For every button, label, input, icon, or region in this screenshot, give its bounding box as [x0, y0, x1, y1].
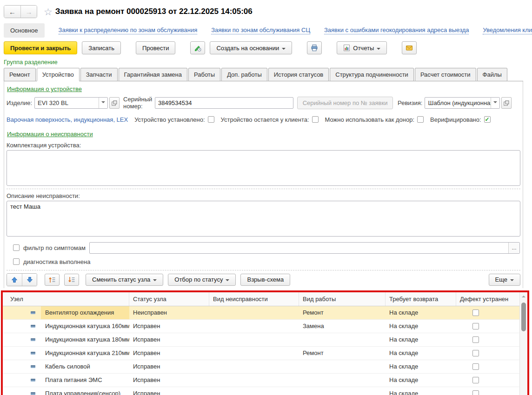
symptom-filter-checkbox[interactable]	[13, 244, 20, 251]
tab-struktura-podchinennosti[interactable]: Структура подчиненности	[330, 68, 414, 81]
nodes-table: Узел Статус узла Вид неисправности Вид р…	[3, 292, 519, 395]
arrow-down-icon	[27, 276, 33, 283]
product-open-button[interactable]	[109, 97, 120, 109]
col-header-node[interactable]: Узел	[3, 292, 129, 306]
nav-link-service-zones[interactable]: Заявки по зонам обслуживания СЦ	[211, 26, 310, 34]
move-to-top-button[interactable]	[45, 274, 60, 286]
send-email-button[interactable]	[402, 41, 417, 54]
nav-link-geocoding-errors[interactable]: Заявки с ошибками геокодирования адреса …	[324, 26, 469, 34]
table-row[interactable]: Индукционная катушка 180мм Исправен На с…	[3, 333, 519, 347]
move-up-button[interactable]	[7, 274, 22, 286]
revision-combobox[interactable]: Шаблон (индукционная	[425, 97, 500, 109]
defect-fixed-checkbox[interactable]	[472, 363, 479, 370]
back-button[interactable]: ←	[4, 6, 20, 18]
move-to-bottom-button[interactable]	[64, 274, 79, 286]
needs-return-cell: На складе	[386, 336, 456, 343]
defect-fixed-checkbox[interactable]	[472, 377, 479, 383]
defect-fixed-checkbox[interactable]	[472, 350, 479, 356]
revision-open-button[interactable]	[501, 97, 512, 109]
product-combobox[interactable]: EVI 320 BL	[34, 97, 108, 109]
defect-fixed-checkbox[interactable]	[472, 323, 479, 329]
device-flags-row: Варочная поверхность, индукционная, LEX …	[7, 116, 520, 123]
defect-fixed-cell	[456, 363, 519, 370]
repair-request-window: { "window": { "title": "Заявка на ремонт…	[0, 0, 532, 395]
serial-by-request-button[interactable]: Серийный номер по № заявки	[297, 97, 393, 109]
revision-dropdown-button[interactable]	[491, 98, 499, 108]
table-row[interactable]: Индукционная катушка 160мм Исправен Заме…	[3, 320, 519, 333]
kit-textarea[interactable]	[7, 150, 520, 186]
explosion-diagram-button[interactable]: Взрыв-схема	[240, 274, 290, 286]
favorite-star-icon[interactable]: ☆	[44, 7, 53, 17]
flag-donor-checkbox[interactable]	[417, 116, 424, 123]
defect-fixed-cell	[456, 390, 519, 395]
nodes-toolbar: Сменить статус узла Отбор по статусу Взр…	[7, 273, 520, 286]
print-button[interactable]	[307, 41, 322, 54]
table-row[interactable]: Вентилятор охлаждения Неисправен Ремонт …	[3, 306, 519, 320]
node-cell: Индукционная катушка 160мм	[3, 320, 129, 333]
tab-ustroystvo[interactable]: Устройство	[37, 68, 80, 81]
scrollbar-up-arrow[interactable]	[520, 292, 527, 299]
serial-number-input[interactable]	[155, 97, 293, 109]
tab-remont[interactable]: Ремонт	[4, 68, 36, 81]
device-category-link[interactable]: Варочная поверхность, индукционная, LEX	[7, 116, 128, 123]
flag-stays-with-client: Устройство остается у клиента:	[221, 116, 319, 123]
set-posting-time-button[interactable]	[190, 41, 205, 54]
post-button[interactable]: Провести	[136, 41, 176, 54]
table-row[interactable]: Плата управления(сенсор) Исправен На скл…	[3, 387, 519, 395]
product-dropdown-button[interactable]	[99, 98, 107, 108]
defect-fixed-checkbox[interactable]	[472, 390, 479, 395]
diagnostics-checkbox[interactable]	[13, 258, 20, 265]
fault-description-textarea[interactable]: тест Маша	[7, 201, 520, 237]
nodes-table-highlighted: Узел Статус узла Вид неисправности Вид р…	[1, 290, 529, 395]
flag-verified-checkbox[interactable]	[484, 116, 491, 123]
flag-installed-checkbox[interactable]	[208, 116, 214, 123]
symptom-filter-input[interactable]	[89, 242, 520, 254]
group-separator-label: Группа разделение	[4, 59, 532, 66]
splitter-handle[interactable]	[7, 189, 520, 189]
nav-link-client-notifications[interactable]: Уведомления клиентам о и	[483, 26, 532, 34]
fault-info-section-link[interactable]: Информация о неисправности	[7, 131, 93, 138]
filter-by-status-button[interactable]: Отбор по статусу	[168, 274, 236, 286]
change-node-status-button[interactable]: Сменить статус узла	[86, 274, 163, 286]
splitter-handle[interactable]	[7, 270, 520, 270]
tab-istoriya-statusov[interactable]: История статусов	[268, 68, 329, 81]
tab-garantiynaya-zamena[interactable]: Гарантийная замена	[119, 68, 187, 81]
col-header-fault-type[interactable]: Вид неисправности	[209, 292, 299, 306]
flag-stays-with-client-checkbox[interactable]	[312, 116, 319, 123]
tab-fayly[interactable]: Файлы	[477, 68, 507, 81]
reports-button[interactable]: Отчеты	[337, 41, 387, 54]
diagnostics-label: диагностика выполнена	[23, 258, 90, 265]
table-row[interactable]: Плата питания ЭМС Исправен На складе	[3, 374, 519, 387]
col-header-defect-fixed[interactable]: Дефект устранен	[456, 292, 519, 306]
nav-link-distribution-zones[interactable]: Заявки к распределению по зонам обслужив…	[59, 26, 198, 34]
needs-return-cell: На складе	[386, 349, 456, 356]
save-button[interactable]: Записать	[82, 41, 121, 54]
envelope-icon	[406, 44, 413, 52]
move-down-button[interactable]	[22, 274, 37, 286]
tab-raboty[interactable]: Работы	[188, 68, 220, 81]
col-header-node-status[interactable]: Статус узла	[129, 292, 209, 306]
node-cell: Кабель силовой	[3, 360, 129, 373]
table-vertical-scrollbar[interactable]	[519, 292, 527, 395]
forward-button[interactable]: →	[20, 6, 37, 18]
table-row[interactable]: Индукционная катушка 210мм Исправен Ремо…	[3, 347, 519, 360]
symptom-filter-more-button[interactable]: ...	[508, 243, 519, 253]
device-info-section-link[interactable]: Информация о устройстве	[7, 86, 82, 92]
col-header-needs-return[interactable]: Требует возврата	[386, 292, 456, 306]
scrollbar-thumb[interactable]	[521, 303, 526, 331]
col-header-work-type[interactable]: Вид работы	[299, 292, 386, 306]
titlebar: ← → ☆ Заявка на ремонт 000025913 от 22.1…	[0, 0, 532, 20]
more-button[interactable]: Еще	[489, 274, 520, 286]
tab-raschet-stoimosti[interactable]: Расчет стоимости	[415, 68, 476, 81]
tab-dop-raboty[interactable]: Доп. работы	[221, 68, 267, 81]
chevron-down-icon	[282, 48, 286, 52]
defect-fixed-checkbox[interactable]	[472, 309, 479, 316]
node-status-cell: Неисправен	[129, 309, 209, 316]
tab-zapchasti[interactable]: Запчасти	[80, 68, 118, 81]
defect-fixed-checkbox[interactable]	[472, 336, 479, 343]
tab-main[interactable]: Основное	[4, 23, 45, 38]
create-based-on-button[interactable]: Создать на основании	[210, 41, 292, 54]
flag-donor-label: Можно использовать как донор:	[325, 116, 415, 123]
table-row[interactable]: Кабель силовой Исправен На складе	[3, 360, 519, 374]
post-and-close-button[interactable]: Провести и закрыть	[4, 41, 77, 54]
